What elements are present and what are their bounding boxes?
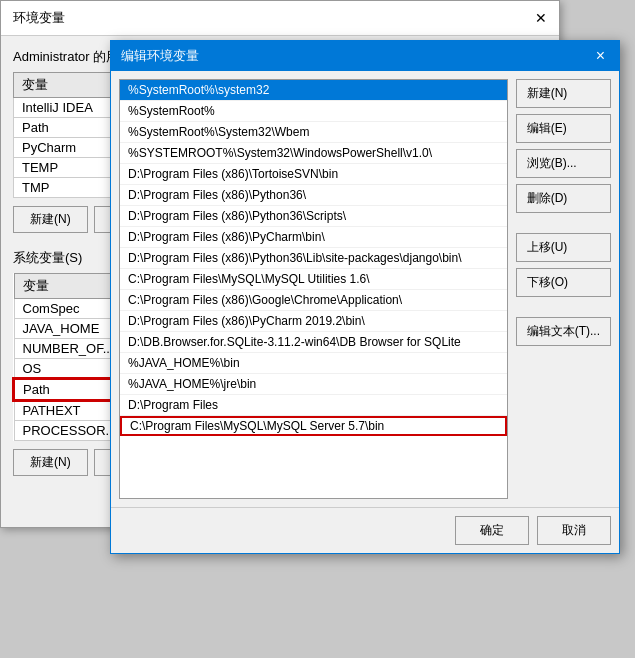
env-dialog-close-icon[interactable]: ✕ (535, 10, 547, 26)
path-list-item[interactable]: %SystemRoot% (120, 101, 507, 122)
path-list-item[interactable]: %SystemRoot%\system32 (120, 80, 507, 101)
sys-new-button[interactable]: 新建(N) (13, 449, 88, 476)
path-list[interactable]: %SystemRoot%\system32%SystemRoot%%System… (119, 79, 508, 499)
path-move-down-button[interactable]: 下移(O) (516, 268, 611, 297)
path-delete-button[interactable]: 删除(D) (516, 184, 611, 213)
path-list-item[interactable]: D:\DB.Browser.for.SQLite-3.11.2-win64\DB… (120, 332, 507, 353)
path-list-item[interactable]: D:\Program Files (120, 395, 507, 416)
edit-cancel-button[interactable]: 取消 (537, 516, 611, 545)
path-edit-text-button[interactable]: 编辑文本(T)... (516, 317, 611, 346)
path-list-item[interactable]: D:\Program Files (x86)\PyCharm 2019.2\bi… (120, 311, 507, 332)
path-list-item[interactable]: D:\Program Files (x86)\PyCharm\bin\ (120, 227, 507, 248)
path-list-item[interactable]: %JAVA_HOME%\jre\bin (120, 374, 507, 395)
env-dialog-title: 环境变量 (13, 9, 65, 27)
path-move-up-button[interactable]: 上移(U) (516, 233, 611, 262)
edit-dialog-title: 编辑环境变量 (121, 47, 199, 65)
edit-action-buttons: 新建(N) 编辑(E) 浏览(B)... 删除(D) 上移(U) 下移(O) 编… (516, 79, 611, 499)
path-list-item[interactable]: C:\Program Files\MySQL\MySQL Utilities 1… (120, 269, 507, 290)
path-browse-button[interactable]: 浏览(B)... (516, 149, 611, 178)
path-new-button[interactable]: 新建(N) (516, 79, 611, 108)
path-list-item[interactable]: %JAVA_HOME%\bin (120, 353, 507, 374)
edit-dialog-footer: 确定 取消 (111, 507, 619, 553)
path-list-item[interactable]: C:\Program Files\MySQL\MySQL Server 5.7\… (120, 416, 507, 436)
edit-dialog-content: %SystemRoot%\system32%SystemRoot%%System… (111, 71, 619, 507)
edit-dialog-title-bar: 编辑环境变量 × (111, 41, 619, 71)
edit-env-dialog: 编辑环境变量 × %SystemRoot%\system32%SystemRoo… (110, 40, 620, 554)
user-new-button[interactable]: 新建(N) (13, 206, 88, 233)
path-list-item[interactable]: D:\Program Files (x86)\TortoiseSVN\bin (120, 164, 507, 185)
path-list-item[interactable]: %SYSTEMROOT%\System32\WindowsPowerShell\… (120, 143, 507, 164)
path-list-item[interactable]: D:\Program Files (x86)\Python36\ (120, 185, 507, 206)
path-list-item[interactable]: %SystemRoot%\System32\Wbem (120, 122, 507, 143)
path-list-item[interactable]: C:\Program Files (x86)\Google\Chrome\App… (120, 290, 507, 311)
edit-dialog-close-button[interactable]: × (592, 48, 609, 64)
env-dialog-title-bar: 环境变量 ✕ (1, 1, 559, 36)
edit-ok-button[interactable]: 确定 (455, 516, 529, 545)
path-list-item[interactable]: D:\Program Files (x86)\Python36\Lib\site… (120, 248, 507, 269)
path-edit-button[interactable]: 编辑(E) (516, 114, 611, 143)
path-list-item[interactable]: D:\Program Files (x86)\Python36\Scripts\ (120, 206, 507, 227)
